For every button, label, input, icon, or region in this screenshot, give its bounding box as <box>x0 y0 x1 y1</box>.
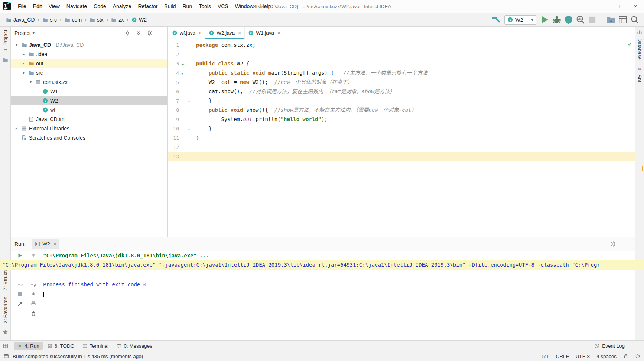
editor-tab-wf-java[interactable]: cwf.java× <box>169 27 205 39</box>
star-icon[interactable] <box>2 329 8 335</box>
minimize-button[interactable]: – <box>593 0 610 13</box>
menu-analyze[interactable]: Analyze <box>110 0 135 13</box>
close-tab-icon[interactable]: × <box>53 241 56 247</box>
settings-button[interactable] <box>147 30 153 36</box>
split-button[interactable] <box>14 289 26 299</box>
profiler-button[interactable] <box>576 15 585 25</box>
rerun-button[interactable] <box>14 251 26 260</box>
chevron-expanded-icon[interactable]: ▾ <box>14 43 19 47</box>
run-tab-w2[interactable]: W2 × <box>32 239 59 249</box>
code-line-9[interactable]: 9 System.out.println("hello world"); <box>168 115 635 124</box>
breadcrumb-item-src[interactable]: src <box>41 17 58 23</box>
tree-item-com-stx-zx[interactable]: ▾com.stx.zx <box>11 77 167 87</box>
writable-status[interactable] <box>623 354 628 359</box>
hide-button[interactable] <box>622 241 628 247</box>
tree-item-scratches-and-consoles[interactable]: Scratches and Consoles <box>11 133 167 142</box>
up-button[interactable] <box>28 251 39 260</box>
run-line-icon[interactable]: ▶ <box>182 71 184 75</box>
fold-marker-icon[interactable]: ▾ <box>186 105 192 115</box>
chevron-down-icon[interactable]: ▾ <box>33 30 35 35</box>
search-button[interactable] <box>630 15 640 25</box>
encoding[interactable]: UTF-8 <box>576 354 590 359</box>
tool-stripe-database[interactable]: Database <box>637 38 643 60</box>
close-tab-icon[interactable]: × <box>238 30 241 36</box>
soft-wrap-button[interactable] <box>28 280 39 289</box>
caret-position[interactable]: 5:1 <box>542 354 549 359</box>
tool-stripe-favorites[interactable]: 2: Favorites <box>3 297 8 323</box>
code-line-12[interactable]: 12 <box>168 143 635 152</box>
code-line-6[interactable]: 6 cat.show(); //对象调用方法，要在主函数内 （cat是对象，sh… <box>168 87 635 96</box>
menu-build[interactable]: Build <box>161 0 179 13</box>
breadcrumb-item-zx[interactable]: zx <box>110 17 125 23</box>
tree-item-src[interactable]: ▾src <box>11 68 167 77</box>
chevron-collapsed-icon[interactable]: ▸ <box>21 61 26 65</box>
tree-item-java-cd-iml[interactable]: Java_CD.iml <box>11 114 167 124</box>
clear-button[interactable] <box>28 309 39 318</box>
event-log-button[interactable]: Event Log <box>594 343 641 349</box>
menu-code[interactable]: Code <box>90 0 109 13</box>
menu-run[interactable]: Run <box>179 0 195 13</box>
tool-window-switcher-icon[interactable] <box>3 343 8 348</box>
locate-button[interactable] <box>124 30 130 36</box>
inspections-ok-icon[interactable] <box>627 41 632 47</box>
code-line-4[interactable]: 4▶ public static void main(String[] args… <box>168 68 635 78</box>
code-line-5[interactable]: 5 W2 cat = new W2(); //new一个具体的对象（在类下） <box>168 78 635 87</box>
build-hammer-button[interactable] <box>491 15 501 25</box>
maximize-button[interactable]: □ <box>610 0 627 13</box>
tree-item-out[interactable]: ▸out <box>11 59 167 68</box>
project-folder-icon[interactable] <box>2 57 8 63</box>
tool-window-button-4-run[interactable]: 4: Run <box>14 342 43 350</box>
tool-stripe-project[interactable]: 1: Project <box>3 30 8 51</box>
collapse-all-button[interactable] <box>136 30 142 36</box>
indent-style[interactable]: 4 spaces <box>596 354 617 359</box>
run-button[interactable] <box>540 15 550 25</box>
menu-file[interactable]: File <box>14 0 30 13</box>
window-icon[interactable] <box>4 354 9 359</box>
tree-item-external-libraries[interactable]: ▸External Libraries <box>11 124 167 133</box>
menu-navigate[interactable]: Navigate <box>63 0 90 13</box>
menu-tools[interactable]: Tools <box>195 0 214 13</box>
fold-marker-icon[interactable]: ▴ <box>186 124 192 133</box>
chevron-collapsed-icon[interactable]: ▸ <box>14 126 19 130</box>
close-tab-icon[interactable]: × <box>199 30 202 36</box>
code-line-11[interactable]: 11} <box>168 133 635 143</box>
restore-layout-button[interactable] <box>14 280 26 289</box>
menu-vcs[interactable]: VCS <box>214 0 232 13</box>
tool-window-button-6-todo[interactable]: 6: TODO <box>44 342 78 350</box>
menu-refactor[interactable]: Refactor <box>134 0 161 13</box>
open-dir-button[interactable] <box>606 15 616 25</box>
run-config-select[interactable]: c W2 ▾ <box>504 15 536 25</box>
console-command-line[interactable]: "C:\Program Files\Java\jdk1.8.0_181\bin\… <box>43 251 635 260</box>
chevron-expanded-icon[interactable]: ▾ <box>21 71 26 75</box>
tool-window-button-0-messages[interactable]: 0: Messages <box>113 342 156 350</box>
close-button[interactable]: × <box>627 0 644 13</box>
chevron-expanded-icon[interactable]: ▾ <box>28 80 33 84</box>
code-line-13[interactable]: 13 <box>168 152 635 161</box>
console-expanded-command[interactable]: "C:\Program Files\Java\jdk1.8.0_181\bin\… <box>0 260 644 270</box>
project-panel-title[interactable]: Project <box>14 30 31 36</box>
tool-window-button-terminal[interactable]: Terminal <box>79 342 112 350</box>
editor[interactable]: 1package com.stx.zx;23▶public class W2 {… <box>168 39 635 237</box>
pin-button[interactable] <box>14 299 26 309</box>
editor-tab-w1-java[interactable]: cW1.java× <box>245 27 284 39</box>
code-line-10[interactable]: 10▴ } <box>168 124 635 133</box>
code-line-7[interactable]: 7▴ } <box>168 96 635 105</box>
tree-item-java-cd[interactable]: ▾Java_CD D:\Java_CD <box>11 40 167 49</box>
settings-button[interactable] <box>610 241 616 247</box>
breadcrumb-item-w2[interactable]: cW2 <box>130 17 148 23</box>
tree-item-idea[interactable]: ▸.idea <box>11 49 167 59</box>
close-tab-icon[interactable]: × <box>277 30 280 36</box>
chart-icon[interactable] <box>637 29 643 35</box>
debug-button[interactable] <box>552 15 562 25</box>
code-line-1[interactable]: 1package com.stx.zx; <box>168 40 635 50</box>
print-button[interactable] <box>28 299 39 309</box>
tree-item-wf[interactable]: cwf <box>11 105 167 114</box>
tool-stripe-ant[interactable]: Ant <box>637 75 643 82</box>
run-line-icon[interactable]: ▶ <box>182 62 184 66</box>
maven-icon[interactable]: m <box>637 65 643 71</box>
chevron-collapsed-icon[interactable]: ▸ <box>21 52 26 56</box>
menu-edit[interactable]: Edit <box>30 0 45 13</box>
scroll-end-button[interactable] <box>28 289 39 299</box>
hide-button[interactable] <box>158 30 164 36</box>
breadcrumb-item-com[interactable]: com <box>63 17 83 23</box>
